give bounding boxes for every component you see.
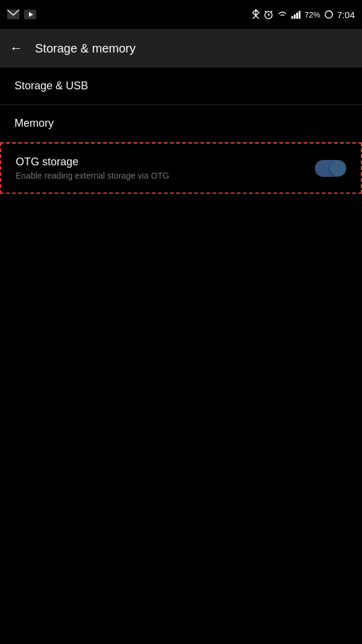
- svg-line-5: [271, 11, 272, 12]
- gmail-icon: [7, 10, 19, 19]
- wifi-icon: [277, 10, 288, 19]
- settings-item-otg[interactable]: OTG storage Enable reading external stor…: [0, 142, 362, 194]
- settings-list: Storage & USB Memory OTG storage Enable …: [0, 68, 362, 194]
- signal-icon: [291, 10, 301, 19]
- time-display: 7:04: [337, 10, 355, 20]
- sync-icon: [324, 10, 334, 19]
- svg-rect-8: [296, 13, 298, 19]
- status-bar: 72% 7:04: [0, 0, 362, 29]
- bluetooth-icon: [252, 9, 260, 20]
- alarm-icon: [264, 10, 273, 19]
- svg-rect-7: [294, 14, 296, 19]
- svg-rect-9: [299, 11, 300, 19]
- status-bar-right: 72% 7:04: [252, 9, 355, 20]
- storage-usb-label: Storage & USB: [14, 80, 88, 92]
- back-button[interactable]: ←: [10, 40, 23, 56]
- svg-rect-6: [291, 16, 293, 19]
- svg-line-4: [265, 11, 266, 12]
- toggle-thumb: [330, 161, 346, 176]
- page-title: Storage & memory: [35, 42, 136, 56]
- otg-subtitle: Enable reading external storage via OTG: [16, 171, 315, 180]
- settings-item-storage-usb[interactable]: Storage & USB: [0, 68, 362, 105]
- otg-text-container: OTG storage Enable reading external stor…: [16, 156, 315, 180]
- toggle-track: [315, 160, 346, 177]
- youtube-icon: [24, 10, 36, 19]
- status-bar-left: [7, 10, 36, 19]
- memory-label: Memory: [14, 117, 54, 129]
- toolbar: ← Storage & memory: [0, 29, 362, 68]
- otg-toggle[interactable]: [315, 160, 346, 177]
- otg-title: OTG storage: [16, 156, 315, 168]
- battery-percentage: 72%: [305, 10, 320, 19]
- settings-item-memory[interactable]: Memory: [0, 105, 362, 142]
